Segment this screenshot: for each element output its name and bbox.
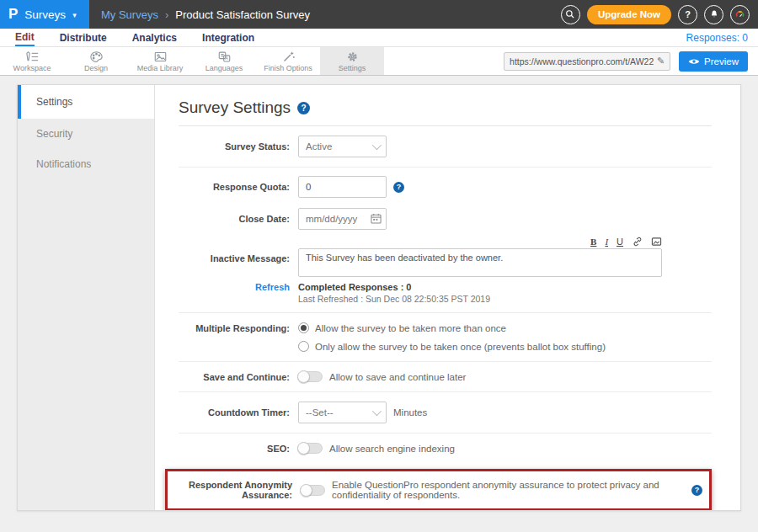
chevron-down-icon <box>372 141 382 150</box>
link-icon[interactable] <box>632 237 643 247</box>
row-refresh: Refresh Completed Responses : 0 Last Ref… <box>179 280 712 313</box>
chevron-down-icon <box>372 407 382 416</box>
underline-button[interactable]: U <box>617 237 623 247</box>
row-survey-status: Survey Status: Active <box>179 126 712 168</box>
tab-analytics[interactable]: Analytics <box>132 30 177 45</box>
breadcrumb-current-survey: Product Satisfaction Survey <box>175 8 310 21</box>
tool-label-media-library: Media Library <box>137 64 184 72</box>
response-quota-input[interactable] <box>298 176 387 198</box>
upgrade-now-button[interactable]: Upgrade Now <box>587 5 671 24</box>
tool-label-settings: Settings <box>339 64 366 72</box>
tool-tab-settings[interactable]: Settings <box>320 47 384 75</box>
responses-count[interactable]: Responses: 0 <box>686 32 748 44</box>
row-seo: SEO: Allow search engine indexing <box>179 434 712 463</box>
edit-url-icon[interactable]: ✎ <box>657 56 665 66</box>
product-menu-label: Surveys <box>24 8 66 21</box>
page-title: Survey Settings <box>179 98 291 117</box>
countdown-timer-suffix: Minutes <box>393 407 427 418</box>
anonymity-text: Enable QuestionPro respondent anonymity … <box>332 480 685 500</box>
last-refreshed-text: Last Refreshed : Sun Dec 08 22:50:35 PST… <box>298 294 490 304</box>
toggle-knob <box>300 484 312 497</box>
survey-status-value: Active <box>306 141 332 152</box>
anonymity-label: Respondent Anonymity Assurance: <box>174 480 292 500</box>
response-quota-help-icon[interactable]: ? <box>393 182 404 193</box>
help-button[interactable]: ? <box>678 5 697 24</box>
sidebar-item-security[interactable]: Security <box>18 119 154 149</box>
radio-option-once-label: Only allow the survey to be taken once (… <box>315 342 606 352</box>
breadcrumb: My Surveys › Product Satisfaction Survey <box>89 0 561 29</box>
settings-card: Settings Security Notifications Survey S… <box>17 84 741 511</box>
radio-option-once[interactable]: Only allow the survey to be taken once (… <box>298 341 606 352</box>
seo-toggle[interactable] <box>298 443 323 454</box>
radio-option-multiple[interactable]: Allow the survey to be taken more than o… <box>298 322 506 333</box>
countdown-timer-label: Countdown Timer: <box>179 407 290 418</box>
calendar-icon[interactable] <box>371 213 382 224</box>
tool-label-workspace: Workspace <box>13 64 51 72</box>
refresh-link[interactable]: Refresh <box>255 282 290 292</box>
row-close-date: Close Date: <box>179 203 712 235</box>
content-area: Settings Security Notifications Survey S… <box>0 76 758 511</box>
usage-gauge-icon <box>734 9 745 20</box>
preview-button[interactable]: Preview <box>679 51 748 72</box>
breadcrumb-separator: › <box>165 8 168 21</box>
survey-url-field[interactable]: https://www.questionpro.com/t/AW22Zf4yf … <box>504 52 670 71</box>
completed-responses-text: Completed Responses : 0 <box>298 282 411 292</box>
inactive-message-textarea[interactable]: This Survey has been deactivated by the … <box>298 248 662 277</box>
eye-icon <box>688 57 700 66</box>
close-date-label: Close Date: <box>179 214 290 224</box>
tab-distribute[interactable]: Distribute <box>60 30 107 45</box>
page-title-row: Survey Settings ? <box>179 85 712 126</box>
sidebar-item-notifications[interactable]: Notifications <box>18 149 154 179</box>
save-and-continue-label: Save and Continue: <box>179 372 290 382</box>
countdown-timer-select[interactable]: --Set-- <box>298 402 387 423</box>
tool-label-finish-options: Finish Options <box>264 64 312 72</box>
toggle-knob <box>297 370 310 383</box>
response-quota-label: Response Quota: <box>179 182 290 192</box>
questionpro-logo-icon: P <box>8 6 18 23</box>
settings-sidebar: Settings Security Notifications <box>18 85 155 510</box>
edit-toolbar: Workspace Design Media Library A Languag… <box>0 46 758 76</box>
tool-tab-design[interactable]: Design <box>64 47 128 75</box>
tool-label-languages: Languages <box>206 64 243 72</box>
tab-integration[interactable]: Integration <box>202 30 254 45</box>
radio-option-multiple-label: Allow the survey to be taken more than o… <box>315 323 506 333</box>
countdown-timer-value: --Set-- <box>306 407 334 418</box>
survey-status-select[interactable]: Active <box>298 136 387 157</box>
account-usage-button[interactable] <box>730 5 750 24</box>
anonymity-help-icon[interactable]: ? <box>691 485 702 496</box>
radio-unchecked-icon[interactable] <box>298 341 309 352</box>
notifications-button[interactable] <box>704 5 723 24</box>
radio-checked-icon[interactable] <box>298 322 309 333</box>
search-icon <box>565 9 575 19</box>
sidebar-item-settings[interactable]: Settings <box>18 85 154 119</box>
toolbar-right: https://www.questionpro.com/t/AW22Zf4yf … <box>504 47 758 75</box>
survey-settings-help-icon[interactable]: ? <box>297 102 310 114</box>
toggle-knob <box>297 442 310 455</box>
tool-tab-languages[interactable]: A Languages <box>192 47 256 75</box>
survey-status-label: Survey Status: <box>179 141 290 152</box>
workspace-icon <box>25 51 40 63</box>
tool-tab-finish-options[interactable]: Finish Options <box>256 47 320 75</box>
languages-icon: A <box>217 51 232 63</box>
save-and-continue-toggle[interactable] <box>298 371 323 382</box>
product-menu[interactable]: P Surveys ▾ <box>0 0 89 29</box>
multiple-responding-label: Multiple Responding: <box>179 322 290 333</box>
gear-icon <box>345 51 360 63</box>
bold-button[interactable]: B <box>590 237 596 247</box>
insert-image-icon[interactable] <box>651 237 662 247</box>
breadcrumb-my-surveys[interactable]: My Surveys <box>101 8 158 21</box>
tool-label-design: Design <box>84 64 108 72</box>
tool-tab-media-library[interactable]: Media Library <box>128 47 192 75</box>
richtext-toolbar: B I U <box>298 237 662 248</box>
survey-url-text: https://www.questionpro.com/t/AW22Zf4yf <box>510 56 654 66</box>
highlight-anonymity-box: Respondent Anonymity Assurance: Enable Q… <box>165 469 712 510</box>
anonymity-toggle[interactable] <box>301 485 325 496</box>
tab-edit[interactable]: Edit <box>15 29 35 46</box>
row-countdown-timer: Countdown Timer: --Set-- Minutes <box>179 392 712 434</box>
search-button[interactable] <box>561 5 580 24</box>
bell-icon <box>709 9 719 19</box>
row-inactive-message: Inactive Message: B I U <box>179 235 712 280</box>
seo-text: Allow search engine indexing <box>329 444 455 454</box>
tool-tab-workspace[interactable]: Workspace <box>0 47 64 75</box>
italic-button[interactable]: I <box>605 237 608 247</box>
